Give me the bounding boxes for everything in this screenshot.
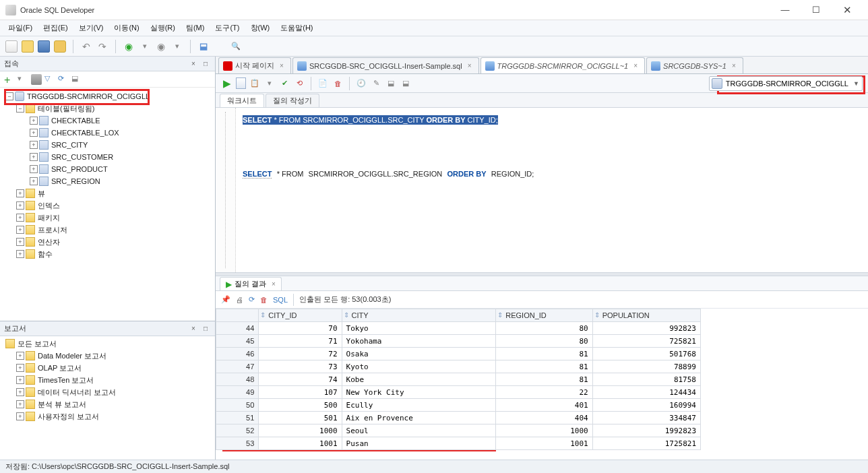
tab-close-icon[interactable]: × [272, 280, 276, 288]
reports-tree[interactable]: 모든 보고서 +Data Modeler 보고서 +OLAP 보고서 +Time… [0, 336, 215, 460]
close-button[interactable]: ✕ [832, 1, 863, 20]
expand-icon[interactable]: + [30, 129, 38, 137]
code-area[interactable]: SELECT * FROM SRCMIRROR_OCIGGLL.SRC_CITY… [236, 108, 868, 272]
save-all-icon[interactable] [54, 40, 66, 53]
table-node[interactable]: +SRC_CITY [0, 139, 215, 151]
tab-close-icon[interactable]: × [633, 62, 638, 69]
expand-icon[interactable]: + [30, 153, 38, 161]
forward-dropdown-icon[interactable]: ▾ [171, 40, 183, 53]
tab-worksheet-trg[interactable]: TRGGGDB-SRCMIRROR_OCIGGLL~1× [480, 57, 646, 73]
run-script-icon[interactable] [236, 77, 246, 89]
menu-navigate[interactable]: 이동(N) [108, 22, 144, 34]
tab-worksheet[interactable]: 워크시트 [220, 94, 264, 107]
menu-team[interactable]: 팀(M) [181, 22, 210, 34]
forward-icon[interactable]: ◉ [155, 40, 167, 53]
open-icon[interactable] [22, 40, 34, 53]
report-item[interactable]: +분석 뷰 보고서 [0, 398, 215, 410]
redo-icon[interactable]: ↷ [96, 40, 108, 53]
menu-run[interactable]: 실행(R) [145, 22, 181, 34]
report-item[interactable]: +데이터 딕셔너리 보고서 [0, 386, 215, 398]
table-row[interactable]: 4470Tokyo80992823 [216, 322, 701, 335]
explain-plan-icon[interactable]: 📋 [249, 77, 261, 90]
connection-node[interactable]: − TRGGGDB-SRCMIRROR_OCIGGLL [0, 90, 215, 102]
table-node[interactable]: +CHECKTABLE_LOX [0, 127, 215, 139]
expand-icon[interactable]: + [16, 364, 24, 372]
expand-icon[interactable]: + [30, 117, 38, 125]
undo-icon[interactable]: ↶ [80, 40, 92, 53]
expand-icon[interactable]: + [16, 226, 24, 234]
col-header[interactable]: ⇕CITY_ID [259, 309, 342, 322]
tab-close-icon[interactable]: × [468, 62, 472, 69]
panel-restore-icon[interactable]: □ [200, 59, 211, 69]
sql-editor[interactable]: SELECT * FROM SRCMIRROR_OCIGGLL.SRC_CITY… [216, 108, 868, 272]
results-grid[interactable]: ⇕CITY_ID ⇕CITY ⇕REGION_ID ⇕POPULATION 44… [216, 309, 868, 460]
new-icon[interactable] [5, 40, 18, 53]
tables-folder[interactable]: − 테이블(필터링됨) [0, 102, 215, 115]
binoculars-icon[interactable]: 🔍 [230, 40, 242, 53]
col-header[interactable]: ⇕POPULATION [592, 309, 700, 322]
save-icon[interactable] [38, 40, 50, 53]
pin-icon[interactable]: 📌 [221, 295, 230, 304]
views-folder[interactable]: +뷰 [0, 187, 215, 199]
dbms-output-icon[interactable]: ⬓ [385, 77, 397, 90]
col-header[interactable]: ⇕CITY [342, 309, 496, 322]
refresh-icon[interactable]: ⟳ [249, 295, 255, 304]
wrench-icon[interactable] [31, 74, 42, 85]
expand-icon[interactable]: + [16, 250, 24, 258]
panel-minimize-icon[interactable]: × [188, 323, 199, 334]
dbms-icon[interactable]: ⬓ [71, 74, 82, 85]
back-icon[interactable]: ◉ [123, 40, 135, 53]
table-row[interactable]: 531001Pusan10011725821 [216, 437, 701, 450]
expand-icon[interactable]: + [16, 376, 24, 384]
panel-minimize-icon[interactable]: × [188, 59, 199, 69]
table-node[interactable]: +SRC_PRODUCT [0, 163, 215, 175]
expand-icon[interactable]: + [30, 141, 38, 149]
filter-icon[interactable]: ▽ [44, 74, 55, 85]
table-node[interactable]: +SRC_CUSTOMER [0, 151, 215, 163]
sql-icon[interactable]: ⬓ [197, 40, 210, 53]
table-row[interactable]: 4874Kobe8181758 [216, 373, 701, 386]
refresh-icon[interactable]: ⟳ [58, 74, 69, 85]
connection-chooser[interactable]: TRGGGDB-SRCMIRROR_OCIGGLL ▼ [709, 76, 863, 91]
tab-close-icon[interactable]: × [280, 62, 284, 69]
expand-icon[interactable]: + [16, 388, 24, 396]
col-header[interactable]: ⇕REGION_ID [496, 309, 592, 322]
tab-query-result[interactable]: ▶질의 결과× [220, 277, 282, 290]
clear-icon[interactable]: 🗑 [332, 77, 344, 90]
history-icon[interactable]: 🕘 [355, 77, 367, 90]
more-icon[interactable]: ⬓ [400, 77, 412, 90]
report-item[interactable]: +OLAP 보고서 [0, 362, 215, 374]
table-row[interactable]: 51501Aix en Provence404334847 [216, 412, 701, 424]
table-row[interactable]: 49107New York City22124434 [216, 386, 701, 399]
expand-icon[interactable]: + [16, 352, 24, 360]
table-row[interactable]: 521000Seoul10001992823 [216, 424, 701, 437]
reports-root[interactable]: 모든 보고서 [0, 338, 215, 350]
delete-icon[interactable]: 🗑 [260, 296, 268, 304]
table-node[interactable]: +SRC_REGION [0, 175, 215, 187]
expand-icon[interactable]: + [30, 165, 38, 173]
expand-icon[interactable]: + [16, 214, 24, 222]
expand-icon[interactable]: + [16, 412, 24, 420]
expand-icon[interactable]: − [16, 104, 24, 113]
menu-edit[interactable]: 편집(E) [38, 22, 73, 34]
table-row[interactable]: 4773Kyoto8178899 [216, 360, 701, 373]
rollback-icon[interactable]: ⟲ [293, 77, 305, 90]
tab-query-builder[interactable]: 질의 작성기 [266, 94, 319, 107]
expand-icon[interactable]: + [30, 177, 38, 185]
expand-icon[interactable]: + [16, 238, 24, 246]
tab-worksheet-sys[interactable]: SRCGGDB-SYS~1× [646, 57, 743, 73]
table-node[interactable]: +CHECKTABLE [0, 115, 215, 127]
table-row[interactable]: 4571Yokohama80725821 [216, 335, 701, 348]
folder-node[interactable]: +패키지 [0, 212, 215, 224]
maximize-button[interactable]: ☐ [801, 1, 832, 20]
minimize-button[interactable]: — [770, 1, 801, 20]
format-icon[interactable]: ✎ [370, 77, 382, 90]
toolbar-dropdown-icon[interactable]: ▾ [18, 74, 28, 85]
menu-tools[interactable]: 도구(T) [210, 22, 245, 34]
back-dropdown-icon[interactable]: ▾ [139, 40, 151, 53]
connections-tree[interactable]: − TRGGGDB-SRCMIRROR_OCIGGLL − 테이블(필터링됨) … [0, 88, 215, 321]
table-row[interactable]: 50500Ecully401160994 [216, 399, 701, 412]
menu-help[interactable]: 도움말(H) [275, 22, 318, 34]
tab-start-page[interactable]: 시작 페이지× [218, 57, 291, 73]
folder-node[interactable]: +함수 [0, 248, 215, 260]
